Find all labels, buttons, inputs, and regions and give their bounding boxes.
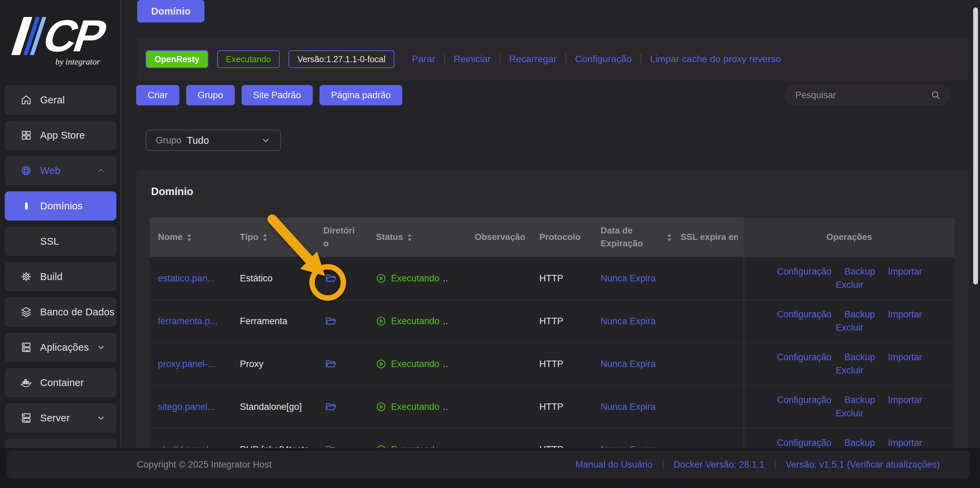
column-header-protocolo: Protocolo (531, 231, 592, 244)
expiration-link[interactable]: Nunca Expira (601, 316, 656, 326)
cell-tipo: Ferramenta (231, 316, 315, 326)
criar-button[interactable]: Criar (136, 85, 179, 105)
sort-icon[interactable] (667, 233, 672, 242)
table-title: Domínio (151, 185, 193, 198)
cell-protocolo: HTTP (531, 273, 592, 284)
footer-link-docker-vers-o-28-1-1[interactable]: Docker Versão: 28.1.1 (663, 459, 775, 470)
sidebar-item-build[interactable]: Build (5, 262, 116, 291)
footer-link-vers-o-v1-5-1-verificar-atuali[interactable]: Versão: v1.5.1 (Verificar atualizações) (775, 459, 950, 470)
service-action-recarregar[interactable]: Recarregar (500, 54, 566, 65)
cell-operacoes: ConfiguraçãoBackupImportarExcluir (743, 343, 955, 385)
sidebar-item-web[interactable]: Web (5, 156, 116, 185)
op-backup-link[interactable]: Backup (845, 352, 875, 363)
domain-name-link[interactable]: ferramenta.p... (158, 316, 218, 326)
grupo-button[interactable]: Grupo (186, 85, 235, 105)
column-header-nome[interactable]: Nome (150, 231, 231, 244)
site-padr-o-button[interactable]: Site Padrão (242, 85, 313, 105)
domain-name-link[interactable]: sitego.panel... (158, 402, 215, 412)
sidebar-item-label: App Store (40, 130, 85, 141)
op-importar-link[interactable]: Importar (888, 352, 923, 363)
op-backup-link[interactable]: Backup (845, 309, 875, 320)
service-action-limpar-cache-do-proxy-reverso[interactable]: Limpar cache do proxy reverso (641, 54, 790, 65)
op-backup-link[interactable]: Backup (845, 395, 875, 406)
group-filter-select[interactable]: Grupo Tudo (146, 130, 281, 151)
grid-icon (21, 130, 32, 141)
service-version-badge[interactable]: Versão:1.27.1.1-0-focal (288, 50, 395, 68)
cell-operacoes: ConfiguraçãoBackupImportarExcluir (743, 386, 955, 428)
none (21, 236, 32, 247)
column-header-status[interactable]: Status (368, 231, 466, 244)
search-input[interactable] (786, 90, 931, 101)
sidebar: CP by integrator GeralApp StoreWebDomíni… (0, 0, 121, 488)
tab-dominio[interactable]: Domínio (137, 0, 205, 22)
house-icon (21, 94, 32, 106)
sidebar-item-app-store[interactable]: App Store (5, 120, 116, 150)
op-importar-link[interactable]: Importar (888, 309, 923, 320)
search-icon[interactable] (931, 90, 941, 100)
column-header-tipo[interactable]: Tipo (231, 231, 315, 244)
service-name-badge[interactable]: OpenResty (146, 50, 208, 68)
folder-open-icon[interactable] (325, 273, 337, 284)
chevron-down-icon (261, 135, 271, 146)
cell-expiracao: Nunca Expira (592, 402, 672, 412)
op-excluir-link[interactable]: Excluir (836, 323, 863, 333)
column-header-ssl-expira-em: SSL expira em (672, 231, 743, 244)
app-window: CP by integrator GeralApp StoreWebDomíni… (0, 0, 980, 488)
op-backup-link[interactable]: Backup (845, 266, 875, 277)
op-configura-o-link[interactable]: Configuração (777, 438, 832, 448)
chevron-up-icon (96, 165, 106, 176)
op-excluir-link[interactable]: Excluir (836, 280, 863, 290)
cell-diretorio (315, 401, 368, 412)
brand-logo: CP by integrator (0, 0, 121, 82)
expiration-link[interactable]: Nunca Expira (601, 359, 656, 369)
cell-diretorio (315, 358, 368, 369)
footer-link-manual-do-usu-rio[interactable]: Manual do Usuário (565, 459, 663, 470)
service-action-configura-o[interactable]: Configuração (566, 54, 641, 65)
operations-line: ConfiguraçãoBackupImportar (777, 266, 922, 277)
domain-type: Standalone[go] (240, 402, 302, 412)
op-importar-link[interactable]: Importar (888, 266, 923, 277)
op-configura-o-link[interactable]: Configuração (777, 352, 832, 363)
table-row: estatico.pan...EstáticoExecutando..HTTPN… (150, 257, 955, 299)
sidebar-item-dom-nios[interactable]: Domínios (5, 191, 116, 220)
op-importar-link[interactable]: Importar (888, 438, 923, 448)
service-action-parar[interactable]: Parar (403, 54, 444, 65)
folder-open-icon[interactable] (325, 316, 337, 326)
op-backup-link[interactable]: Backup (845, 438, 875, 448)
sidebar-item-ssl[interactable]: SSL (5, 227, 116, 256)
service-status-badge[interactable]: Executando (217, 50, 280, 68)
sidebar-item-server[interactable]: Server (5, 403, 116, 433)
op-excluir-link[interactable]: Excluir (836, 365, 863, 376)
scrollbar-thumb[interactable] (973, 8, 978, 284)
operations-line: Excluir (836, 408, 863, 419)
sidebar-item-geral[interactable]: Geral (5, 85, 116, 114)
op-configura-o-link[interactable]: Configuração (777, 309, 832, 320)
copyright-text: Copyright © 2025 Integrator Host (137, 459, 272, 470)
folder-open-icon[interactable] (325, 358, 337, 369)
service-action-reiniciar[interactable]: Reiniciar (444, 54, 500, 65)
operations-line: ConfiguraçãoBackupImportar (777, 438, 922, 448)
play-circle-icon (376, 402, 386, 412)
cell-nome: estatico.pan... (150, 273, 231, 284)
domain-name-link[interactable]: proxy.panel-... (158, 359, 215, 369)
expiration-link[interactable]: Nunca Expira (601, 402, 656, 412)
rack-icon (21, 412, 32, 424)
domain-name-link[interactable]: estatico.pan... (158, 273, 215, 284)
cell-expiracao: Nunca Expira (592, 273, 672, 284)
play-circle-icon (376, 316, 386, 326)
op-configura-o-link[interactable]: Configuração (777, 266, 832, 277)
folder-open-icon[interactable] (325, 401, 337, 412)
expiration-link[interactable]: Nunca Expira (601, 273, 656, 284)
sort-icon[interactable] (262, 233, 268, 242)
sidebar-item-banco-de-dados[interactable]: Banco de Dados (5, 297, 116, 326)
sidebar-item-aplica-es[interactable]: Aplicações (5, 333, 116, 362)
op-excluir-link[interactable]: Excluir (836, 408, 863, 419)
op-importar-link[interactable]: Importar (888, 395, 923, 406)
sort-icon[interactable] (407, 233, 412, 242)
status-ellipsis: .. (443, 273, 448, 284)
p-gina-padr-o-button[interactable]: Página padrão (320, 85, 402, 105)
sort-icon[interactable] (186, 233, 192, 242)
column-header-data-de-expira-o[interactable]: Data de Expiração (592, 224, 672, 250)
sidebar-item-container[interactable]: Container (5, 368, 116, 397)
op-configura-o-link[interactable]: Configuração (777, 395, 832, 406)
